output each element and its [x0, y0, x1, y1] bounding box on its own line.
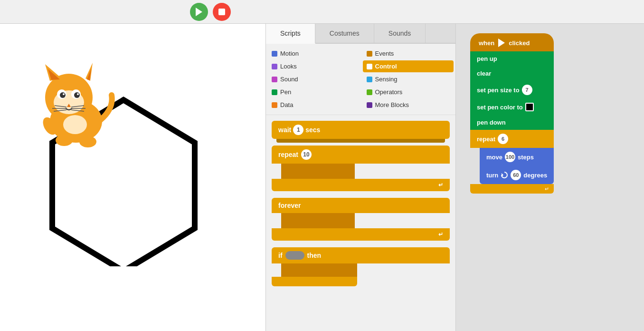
repeat-6-bottom: ↵: [470, 184, 554, 194]
operators-dot: [367, 89, 372, 95]
repeat-6-value: 6: [498, 134, 508, 144]
motion-dot: [272, 51, 277, 57]
looks-dot: [272, 64, 277, 69]
category-motion[interactable]: Motion: [268, 48, 359, 59]
then-label: then: [307, 252, 322, 259]
category-pen[interactable]: Pen: [268, 86, 359, 98]
pen-down-block[interactable]: pen down: [470, 115, 554, 130]
sound-dot: [272, 77, 277, 82]
move-value: 100: [505, 152, 515, 162]
workspace: when clicked pen up clear set pen size t…: [456, 24, 644, 331]
top-bar: [0, 0, 644, 24]
repeat-label: repeat: [278, 151, 298, 158]
svg-point-14: [77, 93, 79, 95]
when-label: when: [479, 39, 494, 47]
category-looks[interactable]: Looks: [268, 60, 359, 72]
svg-marker-26: [498, 39, 505, 47]
svg-marker-0: [196, 8, 202, 16]
right-categories: Events Control Sensing Operators More Bl…: [361, 48, 456, 111]
data-label: Data: [280, 101, 293, 108]
repeat-6-top[interactable]: repeat 6: [470, 130, 554, 148]
motion-label: Motion: [280, 50, 299, 57]
repeat-6-label: repeat: [477, 136, 495, 143]
tab-costumes[interactable]: Costumes: [315, 24, 374, 43]
pen-label: Pen: [280, 88, 291, 96]
degrees-label: degrees: [523, 172, 547, 179]
repeat-arrow-icon: ↵: [545, 186, 549, 192]
pen-up-label: pen up: [477, 55, 497, 62]
tab-bar: Scripts Costumes Sounds: [266, 24, 455, 44]
left-categories: Motion Looks Sound Pen Data: [266, 48, 361, 111]
repeat-arrow: ↵: [438, 182, 443, 188]
operators-label: Operators: [375, 88, 403, 96]
forever-arrow: ↵: [438, 231, 443, 238]
clear-block[interactable]: clear: [470, 66, 554, 81]
set-pen-color-label: set pen color to: [477, 104, 523, 111]
cat-sprite: [19, 52, 119, 152]
set-pen-color-block[interactable]: set pen color to: [470, 99, 554, 115]
repeat-value: 10: [301, 149, 312, 160]
clicked-label: clicked: [509, 39, 530, 47]
script-stack: when clicked pen up clear set pen size t…: [470, 33, 554, 194]
svg-point-11: [60, 92, 66, 98]
pen-up-block[interactable]: pen up: [470, 51, 554, 66]
category-control[interactable]: Control: [363, 60, 454, 72]
category-sensing[interactable]: Sensing: [363, 73, 454, 85]
turn-label: turn: [486, 172, 498, 179]
wait-value: 1: [293, 125, 303, 135]
sensing-dot: [367, 77, 372, 82]
sensing-label: Sensing: [375, 76, 398, 83]
svg-point-25: [63, 115, 87, 134]
forever-block[interactable]: forever ↵: [272, 198, 450, 241]
category-data[interactable]: Data: [268, 99, 359, 111]
set-pen-size-block[interactable]: set pen size to 7: [470, 81, 554, 99]
turn-icon: [501, 171, 508, 179]
if-label: if: [278, 252, 283, 259]
clear-label: clear: [477, 70, 491, 77]
scripts-panel: Scripts Costumes Sounds Motion Looks Sou…: [266, 24, 456, 331]
steps-label: steps: [518, 154, 534, 161]
flag-icon: [497, 38, 506, 48]
green-flag-button[interactable]: [190, 3, 208, 21]
turn-60-block[interactable]: turn 60 degrees: [480, 166, 554, 184]
if-condition: [285, 251, 304, 260]
repeat-6-block[interactable]: repeat 6 move 100 steps turn: [470, 130, 554, 194]
category-operators[interactable]: Operators: [363, 86, 454, 98]
move-100-block[interactable]: move 100 steps: [480, 148, 554, 166]
svg-point-22: [56, 135, 73, 146]
events-dot: [367, 51, 372, 57]
categories-area: Motion Looks Sound Pen Data: [266, 44, 455, 115]
category-more-blocks[interactable]: More Blocks: [363, 99, 454, 111]
category-events[interactable]: Events: [363, 48, 454, 59]
main-area: Scripts Costumes Sounds Motion Looks Sou…: [0, 24, 644, 331]
when-clicked-block[interactable]: when clicked: [470, 33, 554, 51]
repeat-block[interactable]: repeat 10 ↵: [272, 146, 450, 191]
sound-label: Sound: [280, 76, 298, 83]
turn-value: 60: [511, 170, 521, 180]
blocks-area: wait 1 secs repeat 10 ↵ forever: [266, 115, 455, 331]
if-then-block[interactable]: if then: [272, 247, 450, 286]
pen-color-swatch[interactable]: [525, 103, 534, 111]
pen-size-value: 7: [522, 85, 532, 95]
more-blocks-label: More Blocks: [375, 101, 409, 108]
svg-marker-27: [502, 173, 503, 177]
pen-down-label: pen down: [477, 119, 506, 126]
set-pen-size-label: set pen size to: [477, 87, 520, 94]
wait-block[interactable]: wait 1 secs: [272, 121, 450, 139]
svg-point-13: [63, 93, 65, 95]
repeat-inner: move 100 steps turn 60 degrees: [480, 148, 554, 184]
category-sound[interactable]: Sound: [268, 73, 359, 85]
svg-point-12: [74, 92, 80, 98]
pen-dot: [272, 89, 277, 95]
move-label: move: [486, 154, 502, 161]
control-label: Control: [375, 63, 397, 70]
wait-label: wait: [278, 126, 291, 134]
tab-scripts[interactable]: Scripts: [266, 24, 315, 44]
data-dot: [272, 102, 277, 108]
stage: [0, 24, 266, 331]
stop-button[interactable]: [213, 3, 231, 21]
looks-label: Looks: [280, 63, 297, 70]
tab-sounds[interactable]: Sounds: [374, 24, 426, 43]
control-dot: [367, 64, 372, 69]
forever-label: forever: [278, 202, 301, 209]
